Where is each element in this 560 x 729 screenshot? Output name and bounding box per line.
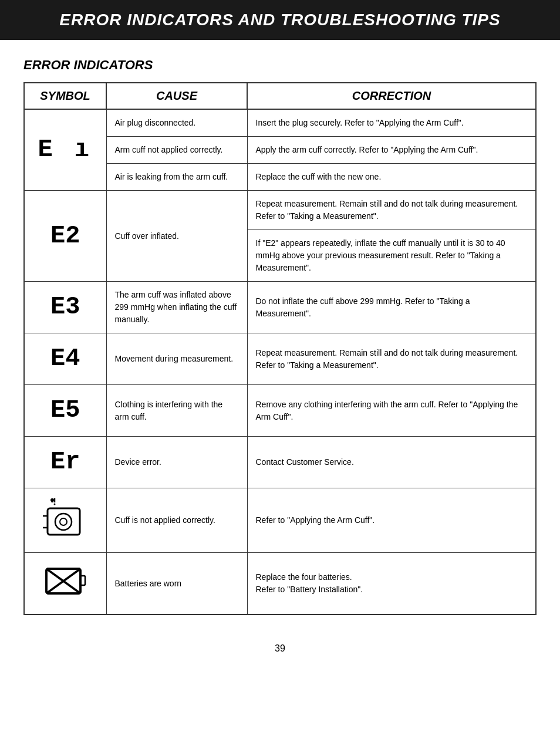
cause-battery: Batteries are worn bbox=[106, 553, 247, 615]
cause-e3: The arm cuff was inflated above 299 mmHg… bbox=[106, 282, 247, 333]
svg-point-6 bbox=[60, 518, 67, 525]
table-row: Batteries are worn Replace the four batt… bbox=[24, 553, 536, 615]
cause-e1-1: Air plug disconnected. bbox=[106, 109, 247, 137]
col-header-symbol: SYMBOL bbox=[24, 83, 106, 109]
symbol-cuff bbox=[24, 488, 106, 553]
cause-cuff: Cuff is not applied correctly. bbox=[106, 488, 247, 553]
battery-svg bbox=[42, 560, 89, 607]
correction-e3: Do not inflate the cuff above 299 mmHg. … bbox=[247, 282, 536, 333]
cause-er: Device error. bbox=[106, 437, 247, 488]
cause-e2: Cuff over inflated. bbox=[106, 191, 247, 282]
cause-e1-3: Air is leaking from the arm cuff. bbox=[106, 164, 247, 191]
cause-e5: Clothing is interfering with the arm cuf… bbox=[106, 385, 247, 437]
page-title: ERROR INDICATORS AND TROUBLESHOOTING TIP… bbox=[18, 11, 542, 29]
table-row: E ı Air plug disconnected. Insert the pl… bbox=[24, 109, 536, 137]
correction-battery: Replace the four batteries.Refer to "Bat… bbox=[247, 553, 536, 615]
table-row: Cuff is not applied correctly. Refer to … bbox=[24, 488, 536, 553]
correction-e5: Remove any clothing interfering with the… bbox=[247, 385, 536, 437]
correction-er: Contact Customer Service. bbox=[247, 437, 536, 488]
cause-e1-2: Arm cuff not applied correctly. bbox=[106, 137, 247, 164]
svg-rect-4 bbox=[48, 508, 80, 535]
symbol-battery bbox=[24, 553, 106, 615]
error-indicators-table: SYMBOL CAUSE CORRECTION E ı Air plug dis… bbox=[23, 82, 537, 615]
correction-e4: Repeat measurement. Remain still and do … bbox=[247, 333, 536, 385]
svg-point-3 bbox=[54, 504, 56, 505]
symbol-e4: E4 bbox=[24, 333, 106, 385]
correction-e2-1: Repeat measurement. Remain still and do … bbox=[247, 191, 536, 230]
correction-e2-2: If "E2" appears repeatedly, inflate the … bbox=[247, 230, 536, 282]
svg-point-1 bbox=[50, 498, 54, 502]
page-number: 39 bbox=[0, 633, 560, 660]
header-bar: ERROR INDICATORS AND TROUBLESHOOTING TIP… bbox=[0, 0, 560, 40]
table-row: E5 Clothing is interfering with the arm … bbox=[24, 385, 536, 437]
table-row: Er Device error. Contact Customer Servic… bbox=[24, 437, 536, 488]
page: ERROR INDICATORS AND TROUBLESHOOTING TIP… bbox=[0, 0, 560, 729]
symbol-e2: E2 bbox=[24, 191, 106, 282]
correction-e1-3: Replace the cuff with the new one. bbox=[247, 164, 536, 191]
cuff-not-applied-icon bbox=[33, 495, 98, 545]
symbol-e3: E3 bbox=[24, 282, 106, 333]
cause-e4: Movement during measurement. bbox=[106, 333, 247, 385]
svg-point-5 bbox=[55, 514, 72, 530]
section-title: ERROR INDICATORS bbox=[23, 58, 537, 73]
correction-e1-1: Insert the plug securely. Refer to "Appl… bbox=[247, 109, 536, 137]
table-row: E2 Cuff over inflated. Repeat measuremen… bbox=[24, 191, 536, 230]
symbol-e5: E5 bbox=[24, 385, 106, 437]
col-header-correction: CORRECTION bbox=[247, 83, 536, 109]
cuff-svg bbox=[42, 495, 89, 545]
battery-worn-icon bbox=[33, 560, 98, 607]
symbol-er: Er bbox=[24, 437, 106, 488]
col-header-cause: CAUSE bbox=[106, 83, 247, 109]
table-row: E3 The arm cuff was inflated above 299 m… bbox=[24, 282, 536, 333]
content-area: ERROR INDICATORS SYMBOL CAUSE CORRECTION… bbox=[0, 40, 560, 633]
correction-cuff: Refer to "Applying the Arm Cuff". bbox=[247, 488, 536, 553]
correction-e1-2: Apply the arm cuff correctly. Refer to "… bbox=[247, 137, 536, 164]
table-row: E4 Movement during measurement. Repeat m… bbox=[24, 333, 536, 385]
symbol-e1: E ı bbox=[24, 109, 106, 191]
